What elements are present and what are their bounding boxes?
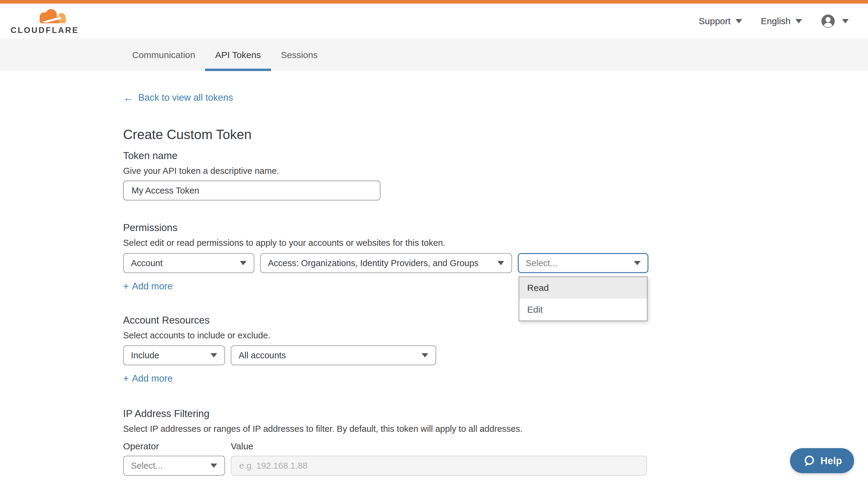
brand-accent-bar [0, 0, 868, 4]
add-more-label: Add more [132, 373, 173, 385]
permission-level-placeholder: Select... [526, 258, 557, 268]
chevron-down-icon [422, 353, 428, 357]
permission-level-menu: Read Edit [519, 277, 648, 321]
chevron-down-icon [211, 463, 217, 468]
permission-level-select[interactable]: Select... Read Edit [518, 253, 648, 273]
permissions-description: Select edit or read permissions to apply… [123, 237, 868, 249]
permission-group-value: Access: Organizations, Identity Provider… [268, 258, 478, 268]
token-name-description: Give your API token a descriptive name. [123, 165, 868, 176]
help-button[interactable]: Help [790, 448, 854, 473]
permissions-row: Account Access: Organizations, Identity … [123, 253, 868, 273]
include-exclude-select[interactable]: Include [123, 345, 225, 365]
app-header: CLOUDFLARE Support English [0, 4, 868, 39]
header-nav: Support English [699, 14, 849, 28]
permission-group-select[interactable]: Access: Organizations, Identity Provider… [260, 253, 512, 273]
back-link-label: Back to view all tokens [138, 92, 233, 104]
page-title: Create Custom Token [123, 127, 868, 142]
support-menu[interactable]: Support [699, 16, 742, 26]
chevron-down-icon [211, 353, 217, 357]
token-name-heading: Token name [123, 150, 868, 162]
chevron-down-icon [240, 261, 247, 265]
cloudflare-cloud-icon [31, 7, 70, 25]
account-resources-row: Include All accounts [123, 345, 868, 365]
chevron-down-icon [634, 261, 641, 265]
ip-filtering-description: Select IP addresses or ranges of IP addr… [123, 423, 868, 435]
plus-icon: + [123, 373, 129, 385]
permissions-add-more-link[interactable]: + Add more [123, 280, 173, 292]
chevron-down-icon [497, 261, 504, 265]
user-avatar-icon [821, 14, 835, 28]
permissions-heading: Permissions [123, 222, 868, 234]
logo-wordmark: CLOUDFLARE [10, 26, 79, 35]
tab-communication[interactable]: Communication [122, 39, 205, 71]
value-label: Value [231, 441, 253, 452]
create-token-page: ← Back to view all tokens Create Custom … [0, 92, 868, 476]
back-arrow-icon: ← [123, 92, 134, 104]
account-resources-heading: Account Resources [123, 314, 868, 326]
operator-label: Operator [123, 441, 225, 452]
tab-sessions[interactable]: Sessions [271, 39, 328, 71]
back-to-tokens-link[interactable]: ← Back to view all tokens [123, 92, 233, 104]
operator-select[interactable]: Select... [123, 456, 225, 476]
ip-filtering-row: Select... [123, 456, 868, 476]
chevron-down-icon [842, 19, 849, 23]
permission-scope-value: Account [131, 258, 163, 268]
ip-value-input[interactable] [231, 456, 647, 476]
menu-option-edit[interactable]: Edit [519, 299, 647, 321]
chat-bubble-icon [802, 454, 816, 468]
tab-api-tokens[interactable]: API Tokens [205, 39, 271, 71]
operator-placeholder: Select... [131, 461, 163, 471]
add-more-label: Add more [132, 280, 173, 292]
account-resources-add-more-link[interactable]: + Add more [123, 373, 173, 385]
accounts-select[interactable]: All accounts [231, 345, 436, 365]
account-resources-description: Select accounts to include or exclude. [123, 330, 868, 341]
ip-filtering-heading: IP Address Filtering [123, 408, 868, 420]
include-exclude-value: Include [131, 350, 159, 360]
token-name-input[interactable] [123, 181, 380, 200]
permission-scope-select[interactable]: Account [123, 253, 254, 273]
cloudflare-logo[interactable]: CLOUDFLARE [10, 7, 79, 35]
ip-filtering-labels: Operator Value [123, 441, 868, 452]
chevron-down-icon [736, 19, 742, 23]
profile-tabbar: Communication API Tokens Sessions [0, 39, 868, 71]
language-menu-label: English [761, 16, 790, 26]
menu-option-read[interactable]: Read [519, 277, 647, 299]
accounts-value: All accounts [239, 350, 286, 360]
support-menu-label: Support [699, 16, 731, 26]
help-button-label: Help [820, 455, 842, 467]
language-menu[interactable]: English [761, 16, 802, 26]
chevron-down-icon [796, 19, 802, 23]
account-menu[interactable] [821, 14, 849, 28]
plus-icon: + [123, 280, 129, 292]
